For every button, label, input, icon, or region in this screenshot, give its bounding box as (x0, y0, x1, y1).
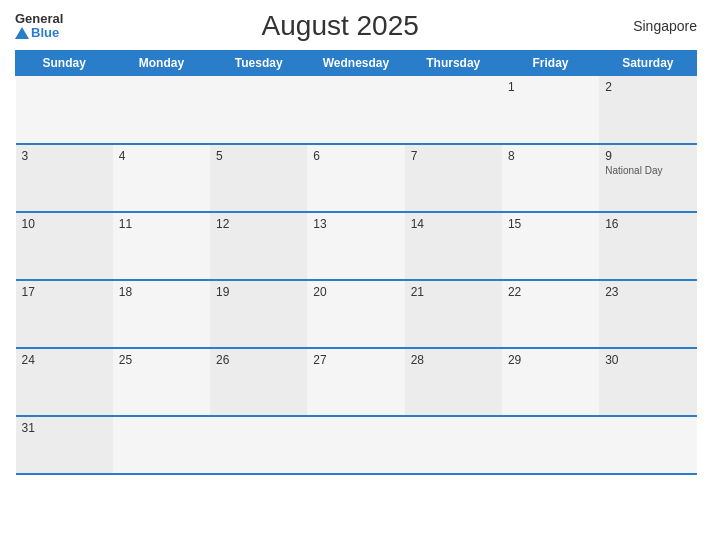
day-cell-w2-d3: 5 (210, 144, 307, 212)
day-cell-w2-d5: 7 (405, 144, 502, 212)
logo-general-text: General (15, 12, 63, 26)
day-cell-w1-d7: 2 (599, 76, 696, 144)
day-number: 1 (508, 80, 593, 94)
day-number: 15 (508, 217, 593, 231)
day-number: 26 (216, 353, 301, 367)
day-number: 16 (605, 217, 690, 231)
day-number: 24 (22, 353, 107, 367)
week-row-4: 17181920212223 (16, 280, 697, 348)
header-wednesday: Wednesday (307, 51, 404, 76)
day-cell-w5-d6: 29 (502, 348, 599, 416)
header-thursday: Thursday (405, 51, 502, 76)
day-cell-w1-d6: 1 (502, 76, 599, 144)
day-number: 2 (605, 80, 690, 94)
header-monday: Monday (113, 51, 210, 76)
day-number: 25 (119, 353, 204, 367)
day-cell-w2-d1: 3 (16, 144, 113, 212)
day-number: 31 (22, 421, 107, 435)
week-row-5: 24252627282930 (16, 348, 697, 416)
day-cell-w5-d2: 25 (113, 348, 210, 416)
day-cell-w3-d6: 15 (502, 212, 599, 280)
day-cell-w6-d5 (405, 416, 502, 474)
day-number: 11 (119, 217, 204, 231)
day-cell-w5-d4: 27 (307, 348, 404, 416)
day-number: 3 (22, 149, 107, 163)
day-cell-w4-d4: 20 (307, 280, 404, 348)
day-number: 21 (411, 285, 496, 299)
day-cell-w3-d3: 12 (210, 212, 307, 280)
holiday-label: National Day (605, 165, 690, 176)
day-number: 23 (605, 285, 690, 299)
day-cell-w4-d2: 18 (113, 280, 210, 348)
day-number: 10 (22, 217, 107, 231)
calendar-header: General Blue August 2025 Singapore (15, 10, 697, 42)
day-cell-w2-d7: 9National Day (599, 144, 696, 212)
day-number: 29 (508, 353, 593, 367)
day-number: 19 (216, 285, 301, 299)
day-number: 27 (313, 353, 398, 367)
day-cell-w6-d4 (307, 416, 404, 474)
day-cell-w1-d3 (210, 76, 307, 144)
day-number: 28 (411, 353, 496, 367)
country-label: Singapore (617, 18, 697, 34)
day-number: 22 (508, 285, 593, 299)
day-cell-w3-d7: 16 (599, 212, 696, 280)
day-cell-w6-d6 (502, 416, 599, 474)
day-number: 13 (313, 217, 398, 231)
day-cell-w5-d7: 30 (599, 348, 696, 416)
day-number: 18 (119, 285, 204, 299)
day-headers-row: Sunday Monday Tuesday Wednesday Thursday… (16, 51, 697, 76)
header-tuesday: Tuesday (210, 51, 307, 76)
day-cell-w4-d6: 22 (502, 280, 599, 348)
day-cell-w4-d7: 23 (599, 280, 696, 348)
day-number: 8 (508, 149, 593, 163)
logo-triangle-icon (15, 27, 29, 39)
day-cell-w6-d7 (599, 416, 696, 474)
day-cell-w2-d2: 4 (113, 144, 210, 212)
day-number: 14 (411, 217, 496, 231)
header-friday: Friday (502, 51, 599, 76)
day-number: 9 (605, 149, 690, 163)
day-number: 4 (119, 149, 204, 163)
day-cell-w1-d4 (307, 76, 404, 144)
day-cell-w1-d2 (113, 76, 210, 144)
week-row-2: 3456789National Day (16, 144, 697, 212)
day-cell-w3-d5: 14 (405, 212, 502, 280)
day-number: 30 (605, 353, 690, 367)
day-cell-w3-d1: 10 (16, 212, 113, 280)
header-saturday: Saturday (599, 51, 696, 76)
day-cell-w1-d1 (16, 76, 113, 144)
logo-blue-text: Blue (31, 26, 59, 40)
day-cell-w4-d5: 21 (405, 280, 502, 348)
day-cell-w6-d3 (210, 416, 307, 474)
day-cell-w5-d1: 24 (16, 348, 113, 416)
day-cell-w1-d5 (405, 76, 502, 144)
day-cell-w3-d2: 11 (113, 212, 210, 280)
day-cell-w6-d1: 31 (16, 416, 113, 474)
day-number: 7 (411, 149, 496, 163)
day-number: 5 (216, 149, 301, 163)
logo-blue-row: Blue (15, 26, 59, 40)
day-number: 17 (22, 285, 107, 299)
week-row-3: 10111213141516 (16, 212, 697, 280)
day-cell-w5-d3: 26 (210, 348, 307, 416)
day-number: 12 (216, 217, 301, 231)
calendar-grid: Sunday Monday Tuesday Wednesday Thursday… (15, 50, 697, 475)
day-number: 20 (313, 285, 398, 299)
header-sunday: Sunday (16, 51, 113, 76)
logo: General Blue (15, 12, 63, 41)
day-cell-w3-d4: 13 (307, 212, 404, 280)
calendar-title: August 2025 (63, 10, 617, 42)
day-cell-w2-d4: 6 (307, 144, 404, 212)
day-cell-w5-d5: 28 (405, 348, 502, 416)
week-row-1: 12 (16, 76, 697, 144)
week-row-6: 31 (16, 416, 697, 474)
day-cell-w4-d1: 17 (16, 280, 113, 348)
calendar-container: General Blue August 2025 Singapore Sunda… (0, 0, 712, 550)
day-cell-w6-d2 (113, 416, 210, 474)
day-cell-w4-d3: 19 (210, 280, 307, 348)
day-number: 6 (313, 149, 398, 163)
day-cell-w2-d6: 8 (502, 144, 599, 212)
